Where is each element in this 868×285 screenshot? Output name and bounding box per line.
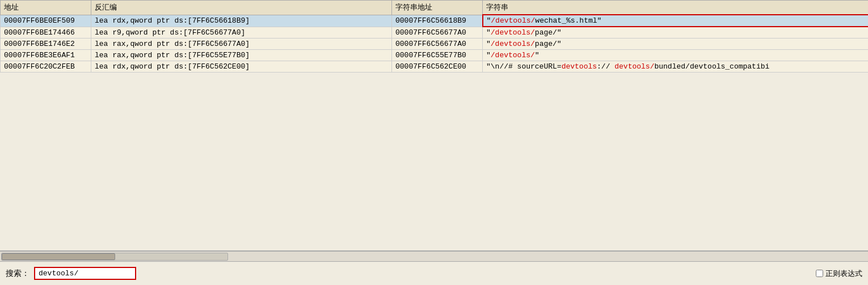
str-part: /devtools/ — [491, 40, 535, 48]
cell-straddr: 00007FF6C56677A0 — [392, 39, 483, 50]
table-row[interactable]: 00007FF6BE0EF509lea rdx,qword ptr ds:[7F… — [1, 15, 869, 27]
cell-straddr: 00007FF6C56677A0 — [392, 27, 483, 39]
table-area: 地址 反汇编 字符串地址 字符串 00007FF6BE0EF509lea rdx… — [0, 0, 868, 251]
cell-str: "\n//# sourceURL=devtools:// devtools/bu… — [483, 61, 869, 73]
regex-label[interactable]: 正则表达式 — [825, 269, 862, 279]
cell-straddr: 00007FF6C56618B9 — [392, 15, 483, 27]
cell-addr: 00007FF6C20C2FEB — [1, 61, 91, 73]
search-label: 搜索： — [6, 269, 30, 279]
str-part: /devtools/ — [491, 16, 535, 25]
cell-addr: 00007FF6BE1746E2 — [1, 39, 91, 50]
search-bar: 搜索： 正则表达式 — [0, 261, 868, 285]
scrollbar-thumb[interactable] — [2, 253, 115, 260]
str-part: wechat_%s.html" — [535, 16, 601, 25]
regex-checkbox[interactable] — [816, 270, 823, 277]
str-part: page/" — [535, 28, 562, 37]
cell-str: "/devtools/wechat_%s.html" — [483, 15, 869, 27]
cell-addr: 00007FF6BE0EF509 — [1, 15, 91, 27]
col-header-addr: 地址 — [1, 1, 91, 15]
str-part: " — [486, 51, 491, 59]
str-part: "\n//# sourceURL= — [486, 62, 562, 71]
col-header-str: 字符串 — [483, 1, 869, 15]
str-part: devtools — [562, 62, 597, 71]
main-container: 地址 反汇编 字符串地址 字符串 00007FF6BE0EF509lea rdx… — [0, 0, 868, 285]
str-part: " — [486, 40, 491, 48]
cell-disasm: lea rdx,qword ptr ds:[7FF6C56618B9] — [91, 15, 392, 27]
regex-checkbox-area: 正则表达式 — [816, 269, 862, 279]
cell-str: "/devtools/" — [483, 50, 869, 61]
table-header-row: 地址 反汇编 字符串地址 字符串 — [1, 1, 869, 15]
table-row[interactable]: 00007FF6BE3E6AF1lea rax,qword ptr ds:[7F… — [1, 50, 869, 61]
table-row[interactable]: 00007FF6BE1746E2lea rax,qword ptr ds:[7F… — [1, 39, 869, 50]
table-row[interactable]: 00007FF6BE174466lea r9,qword ptr ds:[7FF… — [1, 27, 869, 39]
cell-disasm: lea rax,qword ptr ds:[7FF6C55E77B0] — [91, 50, 392, 61]
cell-disasm: lea rdx,qword ptr ds:[7FF6C562CE00] — [91, 61, 392, 73]
table-row[interactable]: 00007FF6C20C2FEBlea rdx,qword ptr ds:[7F… — [1, 61, 869, 73]
cell-addr: 00007FF6BE174466 — [1, 27, 91, 39]
cell-str: "/devtools/page/" — [483, 39, 869, 50]
disasm-table: 地址 反汇编 字符串地址 字符串 00007FF6BE0EF509lea rdx… — [0, 0, 868, 73]
cell-straddr: 00007FF6C562CE00 — [392, 61, 483, 73]
col-header-straddr: 字符串地址 — [392, 1, 483, 15]
horizontal-scrollbar[interactable] — [0, 251, 868, 261]
str-part: bundled/devtools_compatibi — [654, 62, 769, 71]
str-part: /devtools/ — [491, 28, 535, 37]
cell-disasm: lea r9,qword ptr ds:[7FF6C56677A0] — [91, 27, 392, 39]
cell-disasm: lea rax,qword ptr ds:[7FF6C56677A0] — [91, 39, 392, 50]
str-part: /devtools/ — [491, 51, 535, 59]
table-wrapper[interactable]: 地址 反汇编 字符串地址 字符串 00007FF6BE0EF509lea rdx… — [0, 0, 868, 250]
scrollbar-track[interactable] — [1, 253, 228, 261]
cell-straddr: 00007FF6C55E77B0 — [392, 50, 483, 61]
str-part: page/" — [535, 40, 562, 48]
str-part: :// — [597, 62, 610, 71]
cell-addr: 00007FF6BE3E6AF1 — [1, 50, 91, 61]
str-part: devtools/ — [610, 62, 654, 71]
cell-str: "/devtools/page/" — [483, 27, 869, 39]
search-input[interactable] — [34, 267, 136, 280]
col-header-disasm: 反汇编 — [91, 1, 392, 15]
str-part: " — [486, 28, 491, 37]
str-part: " — [535, 51, 540, 59]
